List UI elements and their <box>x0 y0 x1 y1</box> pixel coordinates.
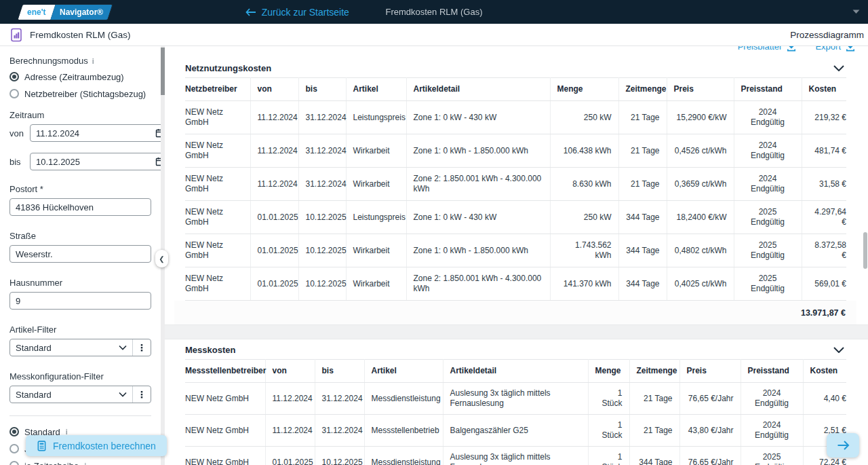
messkosten-header: Messkosten <box>174 339 856 359</box>
column-header: Messstellenbetreiber <box>185 360 265 383</box>
messkosten-table: MessstellenbetreibervonbisArtikelArtikel… <box>185 359 846 465</box>
download-icon <box>846 46 855 52</box>
column-header: Artikeldetail <box>443 360 588 383</box>
strasse-value[interactable] <box>16 249 145 259</box>
postort-value[interactable] <box>16 202 145 212</box>
von-date-input[interactable] <box>30 124 161 142</box>
zeitraum-bis-field: bis <box>9 153 151 170</box>
window-title: Fremdkosten RLM (Gas) <box>0 7 868 17</box>
radio-icon[interactable] <box>9 89 19 98</box>
table-cell: 11.12.2024 <box>250 168 298 201</box>
page-header: Fremdkosten RLM (Gas) Prozessdiagramm <box>0 24 868 46</box>
column-header: bis <box>298 78 346 101</box>
radio-icon[interactable] <box>9 444 19 453</box>
fremdkosten-berechnen-button[interactable]: Fremdkosten berechnen <box>26 435 167 456</box>
page-title: Fremdkosten RLM (Gas) <box>30 30 131 40</box>
table-cell: 10.12.2025 <box>298 267 346 301</box>
strasse-input[interactable] <box>9 245 151 263</box>
table-cell: 0,4802 ct/kWh <box>667 234 734 267</box>
table-cell: Wirkarbeit <box>346 234 406 267</box>
chevron-down-icon[interactable] <box>113 392 132 397</box>
artikel-filter-select[interactable]: Standard ⋮ <box>9 339 151 356</box>
table-cell: 2025 Endgültig <box>741 447 803 465</box>
table-cell: 481,74 € <box>802 134 846 168</box>
preisblaetter-label: Preisblätter <box>738 46 783 52</box>
table-cell: 21 Tage <box>629 415 679 447</box>
collapse-chevron-icon[interactable] <box>832 346 846 354</box>
section-title: Netznutzungskosten <box>185 63 271 73</box>
table-cell: Messstellenbetrieb <box>364 415 443 447</box>
table-cell: 43,80 €/Jahr <box>679 415 741 447</box>
messkonfiguration-filter-select[interactable]: Standard ⋮ <box>9 386 151 403</box>
strasse-label: Straße <box>9 231 151 241</box>
table-cell: 344 Tage <box>618 234 667 267</box>
column-header: Artikel <box>364 360 443 383</box>
von-date-value[interactable] <box>36 128 155 138</box>
table-cell: 31.12.2024 <box>298 168 346 201</box>
bis-date-value[interactable] <box>36 157 155 167</box>
calendar-icon[interactable] <box>155 157 161 166</box>
calculate-button-label: Fremdkosten berechnen <box>53 441 156 451</box>
bis-date-input[interactable] <box>30 153 161 170</box>
radio-label: je Zeitscheibe <box>24 461 79 465</box>
table-row: NEW Netz GmbH11.12.202431.12.2024Wirkarb… <box>185 134 846 168</box>
table-row: NEW Netz GmbH01.01.202510.12.2025Wirkarb… <box>185 234 846 267</box>
sidebar-collapse-handle[interactable]: ❮ <box>155 250 168 267</box>
scrollbar-thumb[interactable] <box>161 48 165 95</box>
table-cell: 18,2400 €/kW <box>667 201 734 234</box>
preisblaetter-link[interactable]: Preisblätter <box>738 46 797 52</box>
back-link-label: Zurück zur Startseite <box>262 7 349 18</box>
table-cell: 2024 Endgültig <box>734 101 802 134</box>
kebab-menu-icon[interactable]: ⋮ <box>133 389 151 400</box>
zeitraum-label: Zeitraum <box>9 110 151 120</box>
column-header: Artikeldetail <box>406 78 550 101</box>
table-cell: 01.01.2025 <box>265 447 315 465</box>
table-row: NEW Netz GmbH01.01.202510.12.2025Wirkarb… <box>185 267 846 301</box>
table-cell: 4,40 € <box>803 383 846 415</box>
prozessdiagramm-link[interactable]: Prozessdiagramm <box>790 30 864 40</box>
column-header: Netzbetreiber <box>185 78 250 101</box>
netznutzungskosten-total: 13.971,87 € <box>174 301 856 324</box>
table-cell: NEW Netz GmbH <box>185 134 250 168</box>
table-row: NEW Netz GmbH11.12.202431.12.2024Messdie… <box>185 383 846 415</box>
table-cell: 2024 Endgültig <box>741 383 803 415</box>
netznutzungskosten-table: NetzbetreibervonbisArtikelArtikeldetailM… <box>185 77 846 301</box>
postort-input[interactable] <box>9 198 151 216</box>
hausnummer-input[interactable] <box>9 292 151 310</box>
back-to-start-link[interactable]: Zurück zur Startseite <box>245 7 349 18</box>
table-cell: Messdienstleistung <box>364 383 443 415</box>
kebab-menu-icon[interactable]: ⋮ <box>133 342 151 353</box>
chevron-down-icon[interactable] <box>852 10 860 14</box>
table-cell: Zone 1: 0 kWh - 1.850.000 kWh <box>406 234 550 267</box>
info-icon: i <box>92 57 94 65</box>
messkonfiguration-filter-label: Messkonfiguration-Filter <box>9 371 151 382</box>
radio-option[interactable]: je Zeitscheibei <box>9 459 151 465</box>
radio-icon[interactable] <box>9 72 19 81</box>
table-cell: Zone 2: 1.850.001 kWh - 4.300.000 kWh <box>406 168 550 201</box>
next-arrow-button[interactable] <box>827 433 859 458</box>
main-scrollbar-thumb[interactable] <box>863 232 867 269</box>
radio-option[interactable]: Netzbetreiber (Stichtagsbezug) <box>9 87 151 100</box>
hausnummer-value[interactable] <box>16 296 145 306</box>
radio-option[interactable]: Adresse (Zeitraumbezug) <box>9 70 151 83</box>
export-link[interactable]: Export <box>815 46 855 52</box>
table-cell: 11.12.2024 <box>265 383 315 415</box>
table-cell: 11.12.2024 <box>250 134 298 168</box>
chevron-down-icon[interactable] <box>113 345 132 350</box>
table-cell: 01.01.2025 <box>250 234 298 267</box>
radio-label: Netzbetreiber (Stichtagsbezug) <box>24 89 146 99</box>
logo-enet: ene't <box>18 5 55 20</box>
radio-icon[interactable] <box>9 461 19 465</box>
table-cell: Auslesung 3x täglich mittels Fernauslesu… <box>443 447 588 465</box>
radio-icon[interactable] <box>9 427 19 436</box>
calendar-icon[interactable] <box>155 128 161 138</box>
messkosten-panel: Messkosten MessstellenbetreibervonbisArt… <box>174 339 856 465</box>
radio-label: Adresse (Zeitraumbezug) <box>24 72 124 82</box>
table-cell: 569,01 € <box>802 267 846 301</box>
artikel-filter-value: Standard <box>10 343 113 353</box>
table-cell: 76,65 €/Jahr <box>679 383 741 415</box>
table-cell: 344 Tage <box>618 267 667 301</box>
collapse-chevron-icon[interactable] <box>832 64 846 73</box>
table-cell: 2025 Endgültig <box>734 234 802 267</box>
netznutzungskosten-header: Netznutzungskosten <box>174 58 856 77</box>
